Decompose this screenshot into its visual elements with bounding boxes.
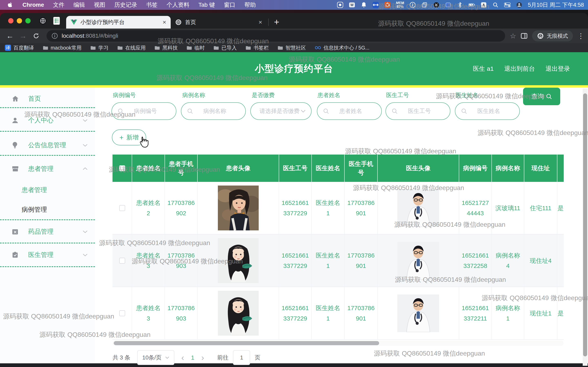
minimize-window-button[interactable] [17,18,22,24]
folder-icon [246,45,251,50]
menu-tab[interactable]: Tab 键 [199,1,215,9]
table-row[interactable]: 患者姓名2 17703786902 [112,182,564,234]
logout-link[interactable]: 退出登录 [545,65,570,73]
bookmark-folder-smart-community[interactable]: 智慧社区 [278,44,306,51]
menu-file[interactable]: 文件 [53,1,65,9]
teamviewer-icon[interactable] [372,2,379,8]
sidebar-item-medicine-management[interactable]: 药品管理 [0,223,95,240]
close-window-button[interactable] [8,18,13,24]
menu-window[interactable]: 窗口 [224,1,235,9]
control-center-icon[interactable] [504,2,511,8]
menu-help[interactable]: 帮助 [244,1,256,9]
notification-bell-icon[interactable] [361,2,367,8]
site-info-icon[interactable] [52,33,58,39]
row-checkbox[interactable] [119,205,125,211]
tab-inactive[interactable]: 首页 × [171,16,267,29]
memory-status[interactable]: MEM87% [396,1,404,8]
browser-menu-icon[interactable]: ⋮ [577,32,584,40]
doctor-name-filter-input[interactable] [467,103,519,119]
chevron-down-icon [82,230,88,234]
sidebar-item-profile[interactable]: 个人中心 [0,112,95,129]
tab-close-icon[interactable]: × [163,19,166,26]
maximize-window-button[interactable] [25,18,31,24]
menu-edit[interactable]: 编辑 [73,1,85,9]
bookmark-folder-study[interactable]: 学习 [90,44,108,51]
onepassword-icon[interactable] [409,2,416,8]
row-checkbox[interactable] [119,258,125,264]
filter-label-case-id: 病例编号 [113,91,136,99]
horizontal-scrollbar-thumb[interactable] [114,341,379,345]
url-text[interactable]: localhost:8081/#/bingli [62,33,118,39]
menu-history[interactable]: 历史记录 [114,1,137,9]
svg-text:W: W [350,3,354,7]
select-all-checkbox[interactable] [119,165,125,171]
vertical-scrollbar-thumb[interactable] [583,93,587,356]
case-id-filter-input[interactable] [124,103,176,119]
tab-active[interactable]: 小型诊疗预约平台 × [66,16,171,29]
forward-button[interactable]: → [17,32,29,40]
sidebar-subitem-patient-management[interactable]: 患者管理 [0,182,95,198]
cell-clipped: 是 [557,182,564,234]
spotlight-icon[interactable] [492,2,499,8]
page-size-select[interactable]: 10条/页 [137,350,174,365]
sidebar-item-announcements[interactable]: 公告信息管理 [0,137,95,154]
search-button[interactable]: 查询 [523,88,560,105]
bookmark-folder-macbook[interactable]: macbook常用 [43,44,81,51]
vertical-scrollbar[interactable] [583,89,588,366]
menu-bookmarks[interactable]: 书签 [146,1,158,9]
bookmark-baidu-translate[interactable]: 译百度翻译 [5,44,34,51]
main-content: 病例编号 病例名称 是否缴费 患者姓名 医生工号 医生姓名 [95,88,588,363]
bookmark-folder-imported[interactable]: 已导入 [214,44,237,51]
patient-name-filter-input[interactable] [329,103,381,119]
snip-tool-icon[interactable] [433,2,440,8]
bookmark-star-icon[interactable]: ☆ [510,32,516,40]
header-patient-name: 患者姓名 [132,155,165,182]
sheet-extension-icon[interactable] [53,17,61,25]
next-page-button[interactable]: › [194,353,211,362]
sidebar-item-home[interactable]: 首页 [0,90,95,107]
incognito-badge: 无痕模式 [532,30,573,42]
windows-stack-icon[interactable] [421,2,428,8]
user-menu-icon[interactable] [516,2,522,8]
horizontal-scrollbar[interactable] [112,341,564,346]
bookmark-folder-online-apps[interactable]: 在线应用 [117,44,146,51]
bookmark-it-center[interactable]: 信息技术中心 / 5G... [315,44,369,51]
prev-page-button[interactable]: ‹ [174,353,191,362]
reload-button[interactable] [31,32,42,40]
back-button[interactable]: ← [4,32,16,40]
new-tab-button[interactable]: + [270,17,283,27]
sidebar-subitem-case-management[interactable]: 病例管理 [0,201,95,218]
menubar-datetime[interactable]: 5月10日 周二 下午4:58 [528,1,584,8]
w-app-icon[interactable]: W [349,2,355,8]
menu-view[interactable]: 视图 [94,1,105,9]
case-name-filter-input[interactable] [193,103,245,119]
sidebar-item-doctor-management[interactable]: 医生管理 [0,246,95,263]
paid-filter-select[interactable] [250,102,311,120]
globe-extension-icon[interactable] [39,17,47,25]
side-panel-icon[interactable] [521,33,527,39]
exit-to-front-link[interactable]: 退出到前台 [504,65,535,73]
sidebar-item-patient-management[interactable]: 患者管理 [0,160,95,177]
menu-profiles[interactable]: 个人资料 [167,1,190,9]
bookmark-folder-temp[interactable]: 临时 [187,44,205,51]
display-icon[interactable] [445,2,451,8]
header-user-link[interactable]: 医生 a1 [473,65,494,73]
row-checkbox[interactable] [119,310,125,316]
goto-page-input[interactable] [233,350,250,365]
table-row[interactable]: 患者姓名3 17703786903 [112,234,564,287]
cell-doctor-phone: 17703786901 [345,234,378,287]
current-page[interactable]: 1 [191,354,194,361]
doctor-id-filter-input[interactable] [398,103,450,119]
address-bar[interactable]: localhost:8081/#/bingli [47,30,505,42]
ubuntu-icon[interactable] [384,2,391,8]
app-header: 小型诊疗预约平台 医生 a1 退出到前台 退出登录 [0,52,588,85]
menubar-app-name[interactable]: Chrome [22,2,44,8]
bookmark-folder-blacktech[interactable]: 黑科技 [155,44,178,51]
tab-close-icon[interactable]: × [259,19,262,26]
bookmark-folder-bookmarks[interactable]: 书签栏 [246,44,269,51]
apple-logo-icon[interactable] [7,2,13,8]
table-row[interactable]: 患者姓名3 17703786903 [112,287,564,340]
bluetooth-icon[interactable] [457,2,463,8]
input-source-icon[interactable]: A [480,2,487,8]
record-icon[interactable] [337,2,343,8]
